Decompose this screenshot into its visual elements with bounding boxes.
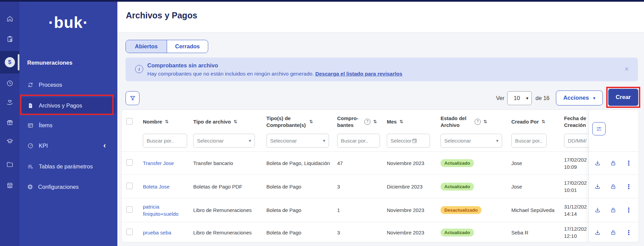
col-header-comprobantes: Compro-bantes: [337, 115, 362, 129]
cell-comprobantes: 1: [337, 207, 387, 214]
download-icon[interactable]: [594, 206, 601, 214]
sort-icon[interactable]: ⇅: [234, 119, 237, 125]
filter-tipos-comprobante-select[interactable]: Seleccionar ▾: [266, 134, 329, 148]
filter-creado-por-input[interactable]: [511, 134, 547, 148]
sidebar-item-tablas-de-parametros[interactable]: Tablas de parámetros: [21, 158, 115, 175]
row-divider: [589, 151, 639, 152]
hand-heart-icon[interactable]: [0, 93, 19, 112]
clipboard-clock-icon[interactable]: [0, 30, 19, 49]
list-plus-icon: [27, 163, 34, 170]
col-header-mes: Mes: [387, 118, 397, 125]
filter-tipo-archivo-select[interactable]: Seleccionar ▾: [193, 134, 255, 148]
row-checkbox[interactable]: [126, 159, 133, 166]
remuneraciones-rail-item[interactable]: $: [0, 51, 19, 73]
buk-logo: ·buk·: [19, 13, 117, 32]
sidebar-item-items[interactable]: Ítems: [21, 117, 115, 133]
file-name-link[interactable]: Transfer Jose: [143, 160, 174, 166]
tab-abiertos[interactable]: Abiertos: [126, 40, 167, 53]
document-icon: [27, 102, 34, 109]
sort-icon[interactable]: ⇅: [399, 119, 403, 125]
table-row: Boleta Jose Boletas de Pago PDF Boleta d…: [122, 175, 639, 198]
column-settings-button[interactable]: [592, 122, 606, 135]
cell-tipos-comprobante: Boleta de Pago: [266, 229, 337, 236]
cell-tipo-archivo: Boletas de Pago PDF: [193, 183, 266, 190]
download-icon[interactable]: [594, 159, 601, 167]
select-all-checkbox[interactable]: [126, 118, 133, 125]
sort-icon[interactable]: ⇅: [309, 119, 313, 125]
cell-tipo-archivo: Libro de Remuneraciones: [193, 207, 266, 214]
acciones-label: Acciones: [563, 95, 589, 101]
filter-comprobantes-input[interactable]: [337, 134, 380, 148]
status-badge: Desactualizado: [441, 206, 481, 214]
filter-nombre-input[interactable]: [143, 134, 187, 148]
filter-mes-datepicker[interactable]: Seleccione: [387, 134, 430, 148]
pinned-actions-column: ⋮ ⋮ ⋮ ⋮: [589, 110, 639, 242]
file-name-link[interactable]: prueba seba: [143, 230, 171, 235]
clock-icon[interactable]: [0, 74, 19, 93]
sort-icon[interactable]: ⇅: [542, 119, 545, 125]
home-icon[interactable]: [0, 9, 19, 28]
sidebar-item-procesos[interactable]: Procesos: [21, 77, 115, 93]
row-divider: [589, 175, 639, 175]
sidebar-item-label: KPI: [39, 143, 48, 149]
help-icon[interactable]: ?: [364, 119, 370, 125]
kebab-menu-icon[interactable]: ⋮: [625, 206, 632, 214]
storefront-icon[interactable]: [0, 176, 19, 195]
page-size-select[interactable]: 10 ▾: [507, 91, 532, 105]
cell-tipo-archivo: Libro de Remuneraciones: [193, 229, 266, 236]
row-checkbox[interactable]: [126, 229, 133, 235]
sidebar-item-kpi[interactable]: KPI ‹: [21, 137, 115, 154]
sidebar-item-configuraciones[interactable]: ⚙ Configuraciones: [21, 179, 115, 195]
row-checkbox[interactable]: [126, 206, 133, 213]
help-icon[interactable]: ?: [475, 119, 481, 125]
sidebar-item-archivos-y-pagos[interactable]: Archivos y Pagos: [21, 97, 115, 114]
lock-icon[interactable]: [609, 206, 617, 214]
cell-creado-por: Jose: [511, 160, 564, 167]
kebab-menu-icon[interactable]: ⋮: [625, 229, 632, 236]
lock-icon[interactable]: [609, 183, 617, 190]
refresh-icon: [27, 82, 34, 88]
download-icon[interactable]: [594, 183, 601, 190]
lock-icon[interactable]: [609, 159, 617, 167]
sort-icon[interactable]: ⇅: [165, 119, 169, 125]
row-actions: ⋮: [594, 159, 632, 167]
kebab-menu-icon[interactable]: ⋮: [625, 183, 632, 190]
sort-icon[interactable]: ⇅: [483, 119, 487, 125]
close-icon[interactable]: ✕: [624, 66, 629, 73]
kebab-menu-icon[interactable]: ⋮: [625, 159, 632, 167]
page-header: Archivos y Pagos: [117, 2, 644, 33]
sidebar-item-label: Ítems: [39, 122, 52, 129]
filter-estado-select[interactable]: Seleccionar ▾: [441, 134, 502, 148]
graduation-cap-icon[interactable]: [0, 132, 19, 151]
cell-creado-por: Michael Sepúlveda: [511, 207, 564, 214]
sidebar-item-label: Procesos: [39, 82, 62, 88]
cell-tipo-archivo: Transfer bancario: [193, 160, 266, 167]
cell-tipos-comprobante: Boleta de Pago: [266, 183, 337, 190]
chevron-down-icon: ▾: [593, 95, 595, 101]
folder-icon[interactable]: [0, 155, 19, 174]
file-name-link[interactable]: Boleta Jose: [143, 184, 169, 190]
file-name-link[interactable]: patricia finiquito+sueldo: [143, 204, 179, 217]
row-divider: [589, 198, 639, 198]
filter-button[interactable]: [126, 91, 139, 105]
download-icon[interactable]: [594, 229, 601, 236]
sidebar-item-label: Archivos y Pagos: [39, 102, 82, 109]
status-tabs: Abiertos Cerrados: [126, 40, 208, 53]
acciones-button[interactable]: Acciones ▾: [556, 91, 603, 105]
files-table: Nombre ⇅ Tipo de archivo ⇅ Tipo(s) de Co…: [121, 110, 639, 242]
col-header-tipo-archivo: Tipo de archivo: [193, 118, 231, 125]
banner-download-link[interactable]: Descarga el listado para revisarlos: [315, 71, 402, 77]
status-badge: Actualizado: [441, 229, 474, 236]
funnel-icon: [129, 95, 136, 102]
sort-icon[interactable]: ⇅: [373, 119, 377, 125]
chevron-down-icon: ▾: [321, 138, 325, 143]
crear-button[interactable]: Crear: [608, 89, 638, 106]
lock-icon[interactable]: [609, 229, 617, 236]
row-checkbox[interactable]: [126, 183, 133, 189]
cell-mes: Noviembre 2023: [387, 160, 424, 167]
total-count-label: de 16: [535, 95, 549, 101]
gift-icon[interactable]: [0, 113, 19, 132]
tab-cerrados[interactable]: Cerrados: [167, 40, 208, 53]
chevron-left-icon[interactable]: ‹: [103, 141, 115, 150]
info-banner: i Comprobantes sin archivo Hay comproban…: [126, 58, 638, 81]
